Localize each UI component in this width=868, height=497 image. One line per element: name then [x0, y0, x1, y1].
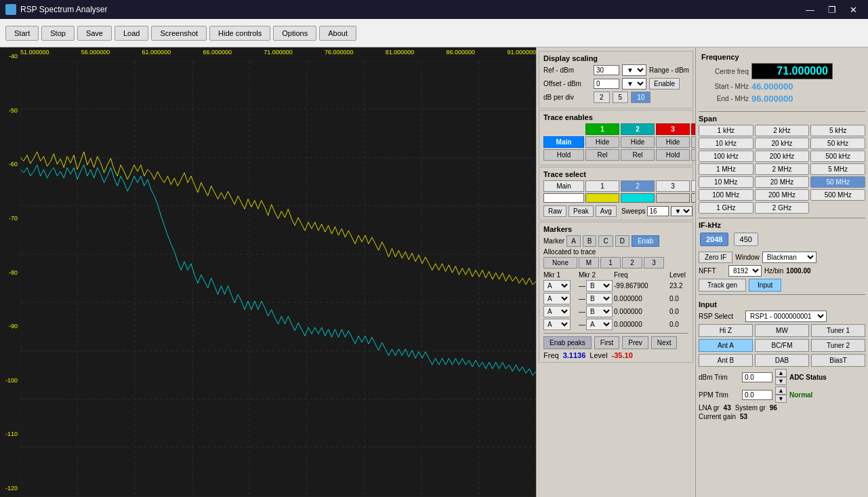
span-1mhz[interactable]: 1 MHz — [699, 163, 753, 175]
enab-peaks-button[interactable]: Enab peaks — [543, 336, 592, 349]
close-button[interactable]: ✕ — [844, 3, 863, 16]
db-5-button[interactable]: 5 — [613, 92, 629, 103]
mkr2-3-select[interactable]: A — [586, 319, 613, 330]
about-button[interactable]: About — [319, 26, 356, 41]
t1-show-button[interactable]: Hide — [585, 136, 619, 148]
if-450-button[interactable]: 450 — [734, 233, 758, 246]
trace-main-select[interactable]: Main — [543, 180, 584, 192]
raw-button[interactable]: Raw — [543, 205, 566, 217]
mkr1-1-select[interactable]: A — [543, 293, 571, 304]
hide-controls-button[interactable]: Hide controls — [209, 26, 270, 41]
alloc-m[interactable]: M — [579, 257, 599, 269]
span-500mhz[interactable]: 500 MHz — [810, 189, 865, 201]
input-button[interactable]: Input — [749, 279, 781, 292]
zero-if-button[interactable]: Zero IF — [699, 252, 732, 263]
mkr1-0-select[interactable]: A — [543, 280, 571, 292]
ppm-trim-up[interactable]: ▲ — [775, 386, 787, 395]
rsp-select[interactable]: RSP1 - 0000000001 — [745, 311, 827, 322]
marker-d-button[interactable]: D — [615, 235, 629, 247]
span-20mhz[interactable]: 20 MHz — [755, 176, 810, 188]
next-button[interactable]: Next — [651, 336, 678, 349]
t3-hold-button[interactable]: Hold — [656, 149, 690, 161]
ppm-trim-input[interactable] — [742, 390, 772, 400]
span-50khz[interactable]: 50 kHz — [810, 138, 865, 149]
span-200khz[interactable]: 200 kHz — [755, 151, 810, 162]
alloc-3[interactable]: 3 — [644, 257, 664, 269]
t2-hold-button[interactable]: Rel — [621, 149, 655, 161]
db-10-button[interactable]: 10 — [631, 92, 650, 103]
options-button[interactable]: Options — [273, 26, 316, 41]
ref-input[interactable] — [594, 65, 619, 75]
mw-button[interactable]: MW — [755, 324, 809, 337]
track-gen-button[interactable]: Track gen — [699, 279, 746, 292]
bc-fm-button[interactable]: BC/FM — [755, 339, 809, 352]
trace-2-select[interactable]: 2 — [621, 180, 655, 192]
if-2048-button[interactable]: 2048 — [700, 233, 728, 246]
dbm-trim-input[interactable] — [742, 372, 772, 382]
span-2khz[interactable]: 2 kHz — [755, 125, 810, 136]
ant-a-button[interactable]: Ant A — [699, 339, 753, 352]
span-1ghz[interactable]: 1 GHz — [699, 202, 753, 214]
window-select[interactable]: Blackman Hanning Hamming Rectangular — [762, 252, 817, 263]
first-button[interactable]: First — [594, 336, 619, 349]
alloc-2[interactable]: 2 — [622, 257, 642, 269]
marker-enab-button[interactable]: Enab — [632, 235, 659, 247]
load-button[interactable]: Load — [115, 26, 148, 41]
span-5mhz[interactable]: 5 MHz — [810, 163, 865, 175]
span-5khz[interactable]: 5 kHz — [810, 125, 865, 136]
trace-1-select[interactable]: 1 — [585, 180, 619, 192]
span-100khz[interactable]: 100 kHz — [699, 151, 753, 162]
span-500khz[interactable]: 500 kHz — [810, 151, 865, 162]
span-10khz[interactable]: 10 kHz — [699, 138, 753, 149]
mkr2-2-select[interactable]: B — [586, 306, 613, 317]
ant-b-button[interactable]: Ant B — [699, 354, 753, 367]
centre-freq-value[interactable]: 71.000000 — [751, 63, 833, 79]
dbm-trim-up[interactable]: ▲ — [775, 369, 787, 377]
start-button[interactable]: Start — [5, 26, 39, 41]
trace-1-enable[interactable]: 1 — [585, 123, 619, 135]
alloc-none[interactable]: None — [543, 257, 577, 269]
peak-button[interactable]: Peak — [569, 205, 594, 217]
dab-button[interactable]: DAB — [755, 354, 809, 367]
spectrum-canvas[interactable] — [20, 61, 536, 497]
sweeps-input[interactable] — [647, 206, 669, 216]
alloc-1[interactable]: 1 — [600, 257, 621, 269]
minimize-button[interactable]: — — [800, 3, 820, 16]
screenshot-button[interactable]: Screenshot — [151, 26, 207, 41]
span-200mhz[interactable]: 200 MHz — [755, 189, 810, 201]
t2-show-button[interactable]: Hide — [621, 136, 655, 148]
mkr1-2-select[interactable]: A — [543, 306, 571, 317]
span-20khz[interactable]: 20 kHz — [755, 138, 810, 149]
t3-show-button[interactable]: Hide — [656, 136, 690, 148]
dbm-trim-down[interactable]: ▼ — [775, 377, 787, 385]
ref-select[interactable]: ▼ — [622, 64, 646, 76]
mkr2-1-select[interactable]: B — [586, 293, 613, 304]
marker-b-button[interactable]: B — [583, 235, 597, 247]
main-show-button[interactable]: Main — [543, 136, 584, 148]
stop-button[interactable]: Stop — [41, 26, 75, 41]
offset-input[interactable] — [594, 79, 619, 89]
hi-z-button[interactable]: Hi Z — [699, 324, 753, 337]
enable-button[interactable]: Enable — [649, 78, 680, 90]
mkr2-0-select[interactable]: B — [586, 280, 613, 292]
nfft-select[interactable]: 8192 — [728, 265, 762, 277]
marker-c-button[interactable]: C — [598, 235, 613, 247]
span-2ghz[interactable]: 2 GHz — [755, 202, 810, 214]
span-2mhz[interactable]: 2 MHz — [755, 163, 810, 175]
span-50mhz[interactable]: 50 MHz — [810, 176, 865, 188]
db-2-button[interactable]: 2 — [594, 92, 610, 103]
mkr1-3-select[interactable]: A — [543, 319, 571, 330]
tuner1-button[interactable]: Tuner 1 — [811, 324, 865, 337]
sweeps-dropdown[interactable]: ▼ — [671, 206, 693, 216]
restore-button[interactable]: ❐ — [823, 3, 842, 16]
save-button[interactable]: Save — [77, 26, 112, 41]
avg-button[interactable]: Avg — [596, 205, 617, 217]
offset-select[interactable]: ▼ — [622, 78, 646, 90]
span-1khz[interactable]: 1 kHz — [699, 125, 753, 136]
main-hold-button[interactable]: Hold — [543, 149, 584, 161]
prev-button[interactable]: Prev — [622, 336, 648, 349]
trace-3-enable[interactable]: 3 — [656, 123, 690, 135]
tuner2-button[interactable]: Tuner 2 — [811, 339, 865, 352]
t1-hold-button[interactable]: Rel — [585, 149, 619, 161]
bias-t-button[interactable]: BiasT — [811, 354, 865, 367]
